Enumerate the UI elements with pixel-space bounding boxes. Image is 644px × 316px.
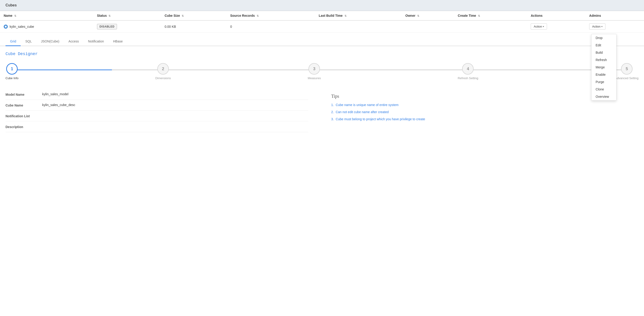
stepper-steps: 1Cube Info2Dimensions3Measures4Refresh S… <box>6 63 638 80</box>
step-4[interactable]: 4Refresh Setting <box>458 63 478 80</box>
cube-name-text: kylin_sales_cube <box>10 25 34 29</box>
info-label: Cube Name <box>6 103 42 107</box>
dropdown-item-drop[interactable]: Drop <box>592 34 616 42</box>
admins-dropdown-button[interactable]: Action ▾ <box>589 24 606 30</box>
sort-icon-owner: ⇅ <box>417 15 419 18</box>
info-row-model-name: Model Namekylin_sales_model <box>6 89 308 100</box>
col-name[interactable]: Name ⇅ <box>0 11 93 21</box>
step-circle-3: 3 <box>308 63 320 75</box>
sort-icon-name: ⇅ <box>14 15 16 18</box>
info-label: Notification List <box>6 114 42 118</box>
status-badge: DISABLED <box>97 24 117 29</box>
col-owner[interactable]: Owner ⇅ <box>402 11 454 21</box>
cell-last-build-time <box>315 21 402 33</box>
tabs-list: GridSQLJSON(Cube)AccessNotificationHBase <box>6 37 638 46</box>
tab-notification[interactable]: Notification <box>84 37 108 46</box>
cell-source-records: 0 <box>226 21 315 33</box>
dropdown-item-enable[interactable]: Enable <box>592 71 616 78</box>
info-left: Model Namekylin_sales_modelCube Namekyli… <box>6 89 322 132</box>
tab-sql[interactable]: SQL <box>21 37 36 46</box>
dropdown-item-merge[interactable]: Merge <box>592 64 616 71</box>
info-row-description: Description <box>6 121 308 132</box>
step-label-1: Cube Info <box>6 76 18 80</box>
tab-grid[interactable]: Grid <box>6 37 21 46</box>
step-label-2: Dimensions <box>155 76 171 80</box>
info-row-cube-name: Cube Namekylin_sales_cube_desc <box>6 100 308 111</box>
step-label-5: Advanced Setting <box>615 76 638 80</box>
col-admins: Admins <box>586 11 644 21</box>
step-circle-4: 4 <box>462 63 474 75</box>
info-value: kylin_sales_cube_desc <box>42 103 75 107</box>
tip-item-1: Cube name is unique name of entire syste… <box>331 103 638 107</box>
sort-icon-create-time: ⇅ <box>478 15 480 18</box>
admins-btn-label: Action <box>592 25 600 28</box>
content-area: Cube Designer 1Cube Info2Dimensions3Meas… <box>0 46 644 138</box>
sort-icon-status: ⇅ <box>108 15 110 18</box>
cube-designer-title: Cube Designer <box>6 52 638 56</box>
actions-caret-icon: ▾ <box>543 25 544 28</box>
stepper: 1Cube Info2Dimensions3Measures4Refresh S… <box>6 63 638 80</box>
dropdown-item-edit[interactable]: Edit <box>592 42 616 49</box>
sort-icon-source-records: ⇅ <box>257 15 259 18</box>
dropdown-item-clone[interactable]: Clone <box>592 86 616 93</box>
tips-list: Cube name is unique name of entire syste… <box>331 103 638 122</box>
cell-owner <box>402 21 454 33</box>
col-last-build-time[interactable]: Last Build Time ⇅ <box>315 11 402 21</box>
cell-admins: Action ▾ <box>586 21 644 33</box>
col-actions: Actions <box>527 11 586 21</box>
sort-icon-cube-size: ⇅ <box>182 15 184 18</box>
cell-cube-size: 0.00 KB <box>161 21 226 33</box>
cubes-table-section: Name ⇅ Status ⇅ Cube Size ⇅ Source Recor… <box>0 11 644 33</box>
tip-item-2: Can not edit cube name after created <box>331 110 638 115</box>
info-label: Description <box>6 125 42 129</box>
actions-dropdown-button[interactable]: Action ▾ <box>531 24 547 30</box>
info-value: kylin_sales_model <box>42 92 68 96</box>
cell-name: kylin_sales_cube <box>0 21 93 33</box>
cube-status-icon <box>4 25 8 29</box>
col-cube-size[interactable]: Cube Size ⇅ <box>161 11 226 21</box>
tip-item-3: Cube must belong to project which you ha… <box>331 117 638 122</box>
table-row: kylin_sales_cube DISABLED 0.00 KB 0 Acti… <box>0 21 644 33</box>
step-label-4: Refresh Setting <box>458 76 478 80</box>
tips-section: Tips Cube name is unique name of entire … <box>322 89 638 132</box>
col-status[interactable]: Status ⇅ <box>93 11 161 21</box>
dropdown-item-purge[interactable]: Purge <box>592 78 616 86</box>
info-label: Model Name <box>6 92 42 96</box>
step-circle-1: 1 <box>6 63 18 75</box>
info-grid: Model Namekylin_sales_modelCube Namekyli… <box>6 89 638 132</box>
cell-status: DISABLED <box>93 21 161 33</box>
col-create-time[interactable]: Create Time ⇅ <box>454 11 527 21</box>
step-1[interactable]: 1Cube Info <box>6 63 18 80</box>
dropdown-item-refresh[interactable]: Refresh <box>592 56 616 64</box>
dropdown-item-overview[interactable]: Overview <box>592 93 616 100</box>
cell-actions: Action ▾ <box>527 21 586 33</box>
step-5[interactable]: 5Advanced Setting <box>615 63 638 80</box>
cell-create-time <box>454 21 527 33</box>
tab-json_cube[interactable]: JSON(Cube) <box>36 37 64 46</box>
actions-btn-label: Action <box>534 25 542 28</box>
step-circle-2: 2 <box>157 63 169 75</box>
step-2[interactable]: 2Dimensions <box>155 63 171 80</box>
col-source-records[interactable]: Source Records ⇅ <box>226 11 315 21</box>
info-row-notification-list: Notification List <box>6 111 308 121</box>
tabs-section: GridSQLJSON(Cube)AccessNotificationHBase <box>0 37 644 46</box>
sort-icon-last-build-time: ⇅ <box>344 15 346 18</box>
dropdown-item-build[interactable]: Build <box>592 49 616 56</box>
step-3[interactable]: 3Measures <box>308 63 321 80</box>
cubes-table: Name ⇅ Status ⇅ Cube Size ⇅ Source Recor… <box>0 11 644 33</box>
page-title: Cubes <box>0 0 644 11</box>
tab-access[interactable]: Access <box>64 37 84 46</box>
admins-caret-icon: ▾ <box>601 25 602 28</box>
step-circle-5: 5 <box>621 63 632 75</box>
step-label-3: Measures <box>308 76 321 80</box>
actions-dropdown-menu: DropEditBuildRefreshMergeEnablePurgeClon… <box>591 34 616 101</box>
tab-hbase[interactable]: HBase <box>108 37 127 46</box>
